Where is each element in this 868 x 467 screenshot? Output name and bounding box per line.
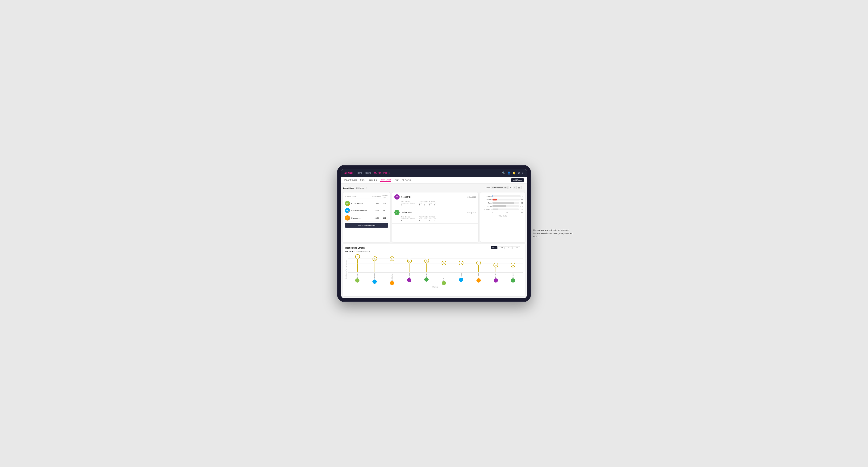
subnav: PGAT Players PGA Hcaps 1-5 Team Clippd T… <box>341 177 527 184</box>
settings-icon[interactable]: ⚙ <box>518 172 520 175</box>
view-leaderboard-button[interactable]: View Full Leaderboard <box>345 223 388 228</box>
app-value: 0 <box>424 204 427 206</box>
stat-practice-activities: Total Practice Activities OTT 0 APP <box>419 200 437 206</box>
player-x-item: B. Ford <box>453 273 470 285</box>
stat-value: 7 <box>401 219 408 221</box>
player-x-name: R. Butler <box>495 273 497 278</box>
player-col-rbutler: 3x <box>487 254 504 272</box>
subnav-team-clippd[interactable]: Team Clippd <box>380 179 391 182</box>
streak-bubble: 3x <box>511 263 516 268</box>
rank-badge: 3 <box>348 218 350 220</box>
subnav-hcaps[interactable]: Hcaps 1-5 <box>368 179 377 182</box>
bar-fill-dbogeys <box>493 209 498 210</box>
nav-home[interactable]: Home <box>356 172 362 174</box>
col-pb-header: PB SCORE <box>372 196 381 197</box>
player-col-mmiller: 4x <box>470 254 487 272</box>
player-x-avatar <box>424 277 429 282</box>
card-avatar: RB <box>394 194 400 199</box>
grid-line <box>348 268 523 268</box>
bar-fill-birdies <box>493 198 497 200</box>
player-x-name: E. Crossman <box>443 273 445 281</box>
add-team-button[interactable]: Add Team <box>512 178 524 182</box>
player-x-name: C. Quick <box>512 273 514 278</box>
subnav-pgat[interactable]: PGAT Players <box>344 179 357 182</box>
streak-line <box>461 266 462 272</box>
nav-teams[interactable]: Teams <box>365 172 371 174</box>
card-player-name: Rees Britt <box>401 196 410 198</box>
bar-label: Eagles <box>482 195 492 197</box>
player-col-jcoles: 5x <box>401 254 418 272</box>
bar-row-birdies: Birdies 96 <box>482 198 523 200</box>
card-header: RB Rees Britt 02 Sep 2023 <box>394 194 476 199</box>
chart-bars: Eagles 3 Birdies <box>482 195 523 210</box>
filter-putt[interactable]: PUTT <box>512 246 520 249</box>
stat-value: 2 <box>410 219 415 221</box>
streak-line <box>513 268 514 272</box>
streak-marker: 4x <box>441 261 446 272</box>
filter-app[interactable]: APP <box>498 246 504 249</box>
settings-view-icon[interactable]: ⋮ <box>521 186 525 189</box>
player-name: Richard Butler <box>351 203 372 205</box>
stat-sub: Tournament 8 Practice 4 <box>401 203 415 206</box>
player-x-avatar <box>390 281 394 285</box>
col-headers: PLAYER NAME PB SCORE PB AVG SQ <box>345 194 388 199</box>
avatar-icon[interactable]: ● <box>522 172 524 174</box>
streak-marker: 3x <box>493 263 498 272</box>
search-icon[interactable]: 🔍 <box>502 172 505 175</box>
player-info: Edward Crossman <box>351 210 372 212</box>
app-value: 0 <box>424 219 427 221</box>
player-x-name: M. Miller <box>478 273 479 278</box>
stat-label: Total Practice Activities <box>419 200 437 202</box>
streak-bubble: 5x <box>424 258 429 263</box>
player-x-name: B. McHerg <box>374 273 375 279</box>
streak-bubble: 3x <box>493 263 498 268</box>
avatar: EC 2 <box>345 208 350 213</box>
grid-view-icon[interactable]: ⊞ <box>508 186 512 189</box>
x-axis-players: E. Elvert B. McHerg D. Billingham <box>348 273 523 286</box>
team-count: 14 Players <box>356 187 364 189</box>
bar-value: 311 <box>520 206 523 207</box>
stat-value: 4 <box>410 204 415 206</box>
bar-fill-bogeys <box>493 205 506 207</box>
subnav-all-players[interactable]: All Players <box>402 179 411 182</box>
player-score: 17/20 <box>372 217 381 219</box>
subnav-tour[interactable]: Tour <box>395 179 399 182</box>
filter-arg[interactable]: ARG <box>505 246 512 249</box>
bar-value: 131 <box>520 209 523 210</box>
streaks-title: Best Round Streaks ← <box>345 247 369 249</box>
arg-value: 0 <box>429 204 432 206</box>
annotation: Here you can see streaks your players ha… <box>533 229 573 239</box>
edit-team-icon[interactable]: ✏ <box>366 187 368 189</box>
player-score: 19/20 <box>372 203 381 204</box>
bar-track <box>493 209 519 210</box>
bell-icon[interactable]: 🔔 <box>513 172 516 175</box>
list-view-icon[interactable]: ≡ <box>513 186 517 189</box>
rank-badge: 2 <box>348 211 350 213</box>
streaks-subtitle: Off The Tee, Fairway Accuracy <box>345 250 523 252</box>
rank-badge: 1 <box>348 204 350 206</box>
card-view-icon[interactable]: ▦ <box>517 186 521 189</box>
stat-practice-activities: Total Practice Activities OTT 0 APP <box>419 216 437 221</box>
user-icon[interactable]: 👤 <box>507 172 511 175</box>
streak-line <box>392 261 392 272</box>
player-x-avatar <box>511 278 515 283</box>
col-avg-header: PB AVG SQ <box>381 195 388 198</box>
subnav-pga[interactable]: PGA <box>360 179 365 182</box>
filter-ott[interactable]: OTT <box>491 246 497 249</box>
chart-y-label: Best Streak, Fairway Accuracy <box>345 260 347 279</box>
grid-line <box>348 263 523 263</box>
player-col-ecrossman: 4x <box>435 254 453 272</box>
streak-marker: 5x <box>407 258 412 272</box>
streak-bubble: 7x <box>355 254 360 259</box>
nav-my-performance[interactable]: My Performance <box>374 172 390 174</box>
streak-marker: 4x <box>459 261 464 272</box>
bar-label: D. Bogeys + <box>482 209 492 210</box>
card-stats: Total Rounds Tournament 8 Practice <box>394 200 476 206</box>
player-x-avatar <box>355 278 360 283</box>
player-x-item: M. Miller <box>470 273 487 285</box>
time-period-select[interactable]: Last 3 months <box>491 186 507 189</box>
player-col-bford: 4x <box>453 254 470 272</box>
player-name: Cameron... <box>351 217 372 219</box>
streak-line <box>357 259 358 272</box>
bar-track <box>493 202 519 204</box>
